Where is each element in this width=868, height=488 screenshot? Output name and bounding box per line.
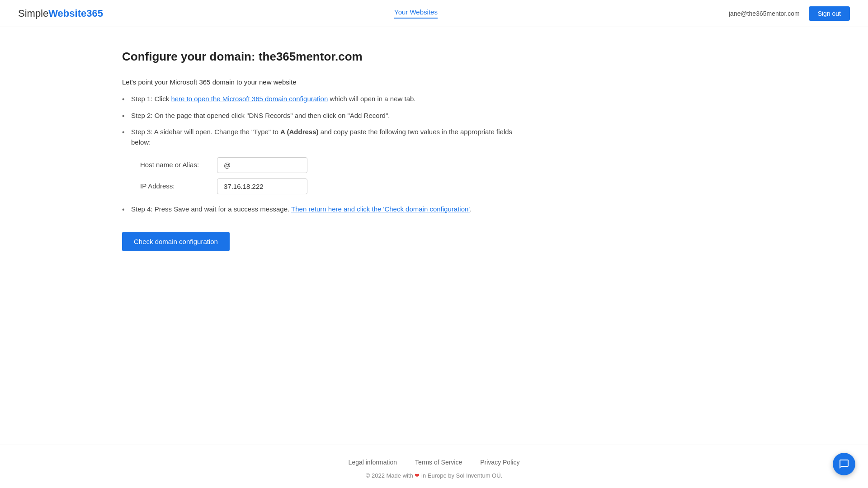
chat-bubble-button[interactable] [833,453,855,475]
step4-prefix: Step 4: Press Save and wait for a succes… [131,205,291,213]
footer-links: Legal information Terms of Service Priva… [0,459,868,466]
host-label: Host name or Alias: [140,155,217,176]
nav-your-websites[interactable]: Your Websites [394,8,438,19]
chat-icon [839,459,849,469]
logo-website365: Website365 [48,8,103,19]
logo-simple: Simple [18,8,48,19]
step4-suffix: . [470,205,472,213]
step2: Step 2: On the page that opened click "D… [122,111,524,121]
step1-suffix: which will open in a new tab. [328,95,415,103]
host-input[interactable] [217,157,307,173]
footer-copyright-text: © 2022 Made with [366,472,413,479]
step1: Step 1: Click here to open the Microsoft… [122,94,524,104]
header-right: jane@the365mentor.com Sign out [729,6,850,21]
host-input-cell [217,155,313,176]
host-row: Host name or Alias: [140,155,313,176]
ip-row: IP Address: [140,176,313,197]
subtitle: Let's point your Microsoft 365 domain to… [122,78,524,86]
step4: Step 4: Press Save and wait for a succes… [122,204,524,215]
sign-out-button[interactable]: Sign out [809,6,850,21]
user-email: jane@the365mentor.com [729,10,800,17]
check-domain-button[interactable]: Check domain configuration [122,232,230,251]
footer-terms[interactable]: Terms of Service [415,459,462,466]
page-title: Configure your domain: the365mentor.com [122,50,524,64]
ip-input[interactable] [217,178,307,194]
step1-prefix: Step 1: Click [131,95,171,103]
footer-legal[interactable]: Legal information [349,459,397,466]
step1-link[interactable]: here to open the Microsoft 365 domain co… [171,95,328,103]
header: SimpleWebsite365 Your Websites jane@the3… [0,0,868,27]
step3-bold: A (Address) [280,128,318,136]
dns-fields-table: Host name or Alias: IP Address: [140,155,313,197]
step3: Step 3: A sidebar will open. Change the … [122,127,524,197]
ip-label: IP Address: [140,176,217,197]
footer-copyright: © 2022 Made with ❤ in Europe by Sol Inve… [0,472,868,479]
step4-link[interactable]: Then return here and click the 'Check do… [291,205,470,213]
ip-input-cell [217,176,313,197]
steps-list: Step 1: Click here to open the Microsoft… [122,94,524,215]
footer: Legal information Terms of Service Priva… [0,445,868,488]
nav: Your Websites [394,8,438,19]
heart-icon: ❤ [415,472,420,479]
footer-privacy[interactable]: Privacy Policy [480,459,519,466]
footer-copyright-suffix: in Europe by Sol Inventum OÜ. [421,472,502,479]
main-content: Configure your domain: the365mentor.com … [0,27,542,445]
logo[interactable]: SimpleWebsite365 [18,8,103,19]
step3-prefix: Step 3: A sidebar will open. Change the … [131,128,280,136]
